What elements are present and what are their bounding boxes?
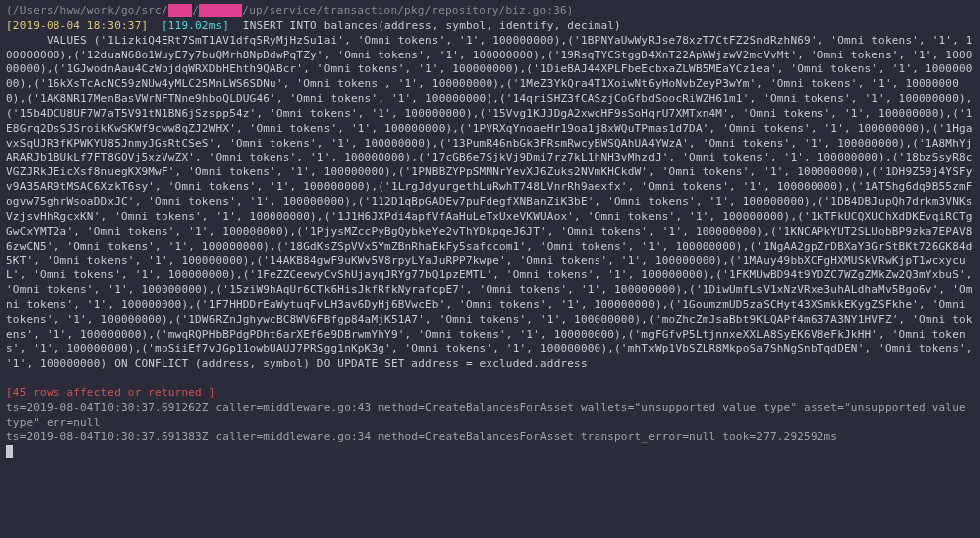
sql-insert-clause: INSERT INTO balances(address, symbol, id… [243,19,621,32]
sql-values-body: VALUES ('1LizkiQ4ERt7SmT1AV1dfq5RyMjHzSu… [6,34,974,372]
timing: [119.02ms] [162,19,229,32]
path-start: (/Users/hww/work/go/src/ [6,4,168,17]
file-path-header: (/Users/hww/work/go/src/ / /up/service/t… [6,4,974,19]
query-header-line: [2019-08-04 18:30:37] [119.02ms] INSERT … [6,19,974,34]
cursor [6,445,13,458]
masked-segment-1 [168,4,192,17]
rows-affected: [45 rows affected or returned ] [6,386,974,401]
path-end: /up/service/transaction/pkg/repository/b… [242,4,573,17]
log-line-1: ts=2019-08-04T10:30:37.691262Z caller=mi… [6,401,974,431]
masked-segment-2 [199,4,242,17]
timestamp: [2019-08-04 18:30:37] [6,19,148,32]
log-line-2: ts=2019-08-04T10:30:37.691383Z caller=mi… [6,430,974,445]
cursor-line [6,445,974,460]
